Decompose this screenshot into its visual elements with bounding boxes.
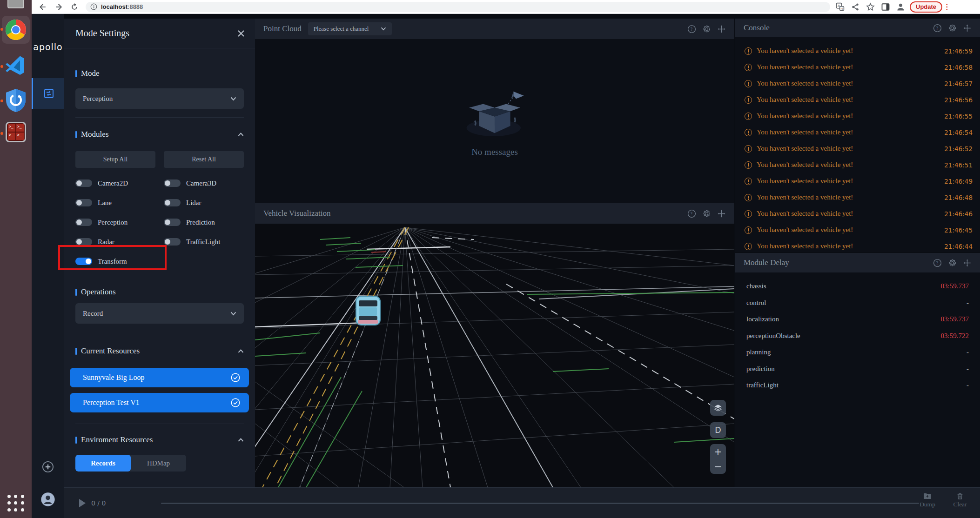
settings-gear-icon[interactable] <box>948 24 957 33</box>
modules-section-label: Modules <box>75 130 244 139</box>
help-icon[interactable]: ? <box>687 209 696 218</box>
chrome-running-dot <box>0 28 3 31</box>
files-drawer-icon[interactable] <box>7 0 24 8</box>
toggle-switch-lane[interactable] <box>75 199 92 206</box>
update-button[interactable]: Update <box>910 1 942 13</box>
operations-label: Operations <box>81 287 116 297</box>
security-shield-icon[interactable] <box>5 88 27 111</box>
warning-icon <box>745 243 752 250</box>
chevron-up-icon[interactable] <box>238 349 244 353</box>
console-title: Console <box>744 23 770 33</box>
toggle-switch-prediction[interactable] <box>164 219 181 226</box>
d-mode-button[interactable]: D <box>710 422 726 438</box>
resource-button-sunnyvale-big-loop[interactable]: Sunnyvale Big Loop <box>70 368 249 387</box>
chevron-up-icon[interactable] <box>238 133 244 137</box>
share-icon[interactable] <box>851 3 859 11</box>
module-toggle-row-lidar: Lidar <box>164 193 244 213</box>
move-panel-icon[interactable] <box>963 24 972 33</box>
toggle-switch-trafficlight[interactable] <box>164 238 181 246</box>
site-info-icon[interactable] <box>90 3 97 10</box>
back-icon[interactable] <box>38 2 47 12</box>
translate-icon[interactable]: A 文 <box>836 2 845 11</box>
module-toggle-row-camera3d: Camera3D <box>164 173 244 193</box>
point-cloud-header-icons: ? <box>687 25 726 33</box>
vehicle-3d-scene[interactable] <box>255 224 734 487</box>
move-panel-icon[interactable] <box>717 209 726 218</box>
chevron-up-icon[interactable] <box>238 438 244 442</box>
toggle-label: Radar <box>98 238 114 246</box>
console-message-list[interactable]: You haven't selected a vehicle yet!21:46… <box>735 37 980 250</box>
close-icon[interactable] <box>237 30 245 37</box>
svg-text:>_: >_ <box>17 125 22 129</box>
sidebar-item-mode-settings[interactable] <box>32 78 64 109</box>
tab-records[interactable]: Records <box>75 455 131 472</box>
module-name: perceptionObstacle <box>746 332 800 340</box>
console-timestamp: 21:46:58 <box>944 64 973 71</box>
module-delay-row-planning: planning- <box>735 344 980 361</box>
play-button[interactable] <box>79 499 86 507</box>
setup-all-button[interactable]: Setup All <box>75 151 155 168</box>
settings-gear-icon[interactable] <box>702 209 711 218</box>
dump-icon <box>923 492 932 500</box>
warning-icon <box>745 194 752 201</box>
chrome-icon[interactable] <box>5 19 27 41</box>
toggle-switch-radar[interactable] <box>75 238 92 246</box>
module-toggle-row-trafficlight: TrafficLight <box>164 232 244 252</box>
channel-select-dropdown[interactable]: Please select a channel <box>308 22 392 35</box>
user-avatar[interactable] <box>32 492 64 507</box>
browser-menu-icon[interactable]: ⋮ <box>943 2 951 11</box>
module-delay-title: Module Delay <box>744 258 789 267</box>
divider <box>75 424 244 424</box>
warning-icon <box>745 210 752 218</box>
layers-button[interactable] <box>710 400 726 416</box>
mode-settings-body: Mode Perception Modules <box>64 69 255 472</box>
clear-label: Clear <box>953 501 967 508</box>
dump-button[interactable]: Dump <box>914 492 941 508</box>
settings-gear-icon[interactable] <box>702 25 711 33</box>
move-panel-icon[interactable] <box>717 25 726 33</box>
clear-button[interactable]: Clear <box>946 492 973 508</box>
help-icon[interactable]: ? <box>933 259 942 267</box>
trash-icon <box>956 492 964 500</box>
vscode-icon[interactable] <box>5 54 27 76</box>
toggle-switch-camera3d[interactable] <box>164 179 181 187</box>
app-launcher-icon[interactable] <box>6 493 26 513</box>
tab-hdmap[interactable]: HDMap <box>131 455 186 472</box>
help-icon[interactable]: ? <box>687 25 696 33</box>
toggle-switch-camera2d[interactable] <box>75 179 92 187</box>
modules-actions: Setup All Reset All <box>75 151 244 168</box>
progress-slider[interactable] <box>161 503 919 504</box>
module-toggle-row-perception: Perception <box>75 213 164 232</box>
zoom-out-button[interactable]: − <box>710 459 726 474</box>
toggle-switch-lidar[interactable] <box>164 199 181 206</box>
module-name: control <box>746 299 766 307</box>
add-panel-button[interactable] <box>32 460 64 473</box>
console-entry: You haven't selected a vehicle yet!21:46… <box>735 59 980 75</box>
settings-gear-icon[interactable] <box>948 259 957 267</box>
terminator-logo-icon: >_ >_ >_ >_ <box>5 121 27 143</box>
help-icon[interactable]: ? <box>933 24 942 33</box>
side-panel-icon[interactable] <box>881 3 890 11</box>
svg-text:>_: >_ <box>9 125 13 129</box>
move-panel-icon[interactable] <box>963 259 972 267</box>
zoom-in-button[interactable]: + <box>710 444 726 459</box>
vehicle-visualization-header-icons: ? <box>687 209 726 218</box>
module-delay-row-localization: localization03:59.737 <box>735 311 980 328</box>
url-bar[interactable]: localhost:8888 <box>86 2 830 12</box>
check-circle-icon <box>230 372 241 383</box>
module-name: chassis <box>746 282 766 290</box>
resource-button-perception-test-v1[interactable]: Perception Test V1 <box>70 393 249 412</box>
dump-label: Dump <box>920 501 935 508</box>
modules-label: Modules <box>81 130 109 139</box>
operations-dropdown[interactable]: Record <box>75 303 244 324</box>
toggle-switch-perception[interactable] <box>75 219 92 226</box>
reload-icon[interactable] <box>70 2 79 12</box>
bookmark-star-icon[interactable] <box>866 2 875 11</box>
warning-icon <box>745 178 752 185</box>
profile-icon[interactable] <box>896 2 905 11</box>
terminator-icon[interactable]: >_ >_ >_ >_ <box>5 121 27 143</box>
forward-icon[interactable] <box>54 2 63 12</box>
reset-all-button[interactable]: Reset All <box>164 151 244 168</box>
zoom-control: + − <box>710 444 726 474</box>
mode-dropdown[interactable]: Perception <box>75 88 244 109</box>
